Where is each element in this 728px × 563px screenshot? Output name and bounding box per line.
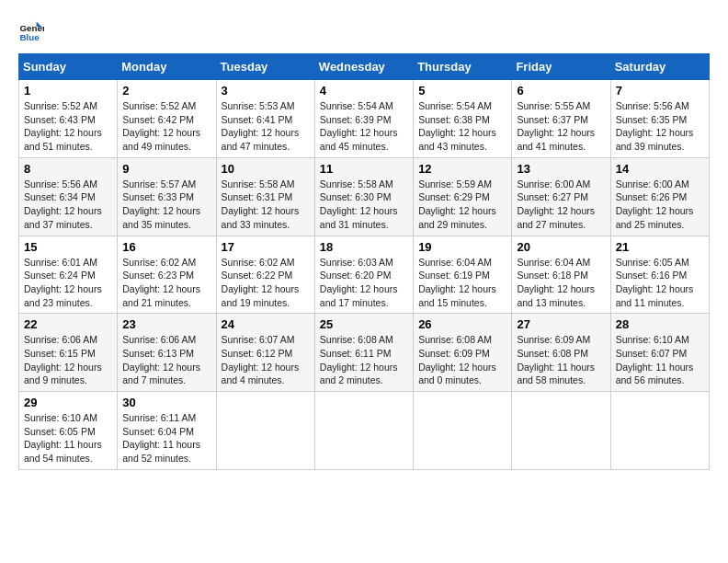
- day-number: 27: [517, 317, 605, 331]
- day-number: 7: [616, 84, 704, 98]
- day-number: 20: [517, 240, 605, 254]
- day-number: 13: [517, 162, 605, 176]
- day-number: 5: [418, 84, 506, 98]
- calendar-cell: 5 Sunrise: 5:54 AMSunset: 6:38 PMDayligh…: [414, 80, 512, 158]
- day-number: 25: [320, 317, 408, 331]
- calendar-cell: [610, 392, 709, 470]
- day-info: Sunrise: 6:06 AMSunset: 6:15 PMDaylight:…: [24, 334, 102, 385]
- day-info: Sunrise: 6:04 AMSunset: 6:18 PMDaylight:…: [517, 257, 595, 308]
- calendar-cell: 12 Sunrise: 5:59 AMSunset: 6:29 PMDaylig…: [414, 157, 512, 236]
- day-number: 23: [122, 317, 210, 331]
- calendar-cell: [314, 392, 413, 470]
- calendar-cell: 4 Sunrise: 5:54 AMSunset: 6:39 PMDayligh…: [314, 80, 413, 158]
- calendar-cell: 20 Sunrise: 6:04 AMSunset: 6:18 PMDaylig…: [512, 236, 610, 314]
- day-number: 12: [418, 162, 506, 176]
- day-number: 28: [616, 317, 704, 331]
- day-number: 26: [418, 317, 506, 331]
- calendar-cell: 30 Sunrise: 6:11 AMSunset: 6:04 PMDaylig…: [118, 392, 216, 470]
- day-info: Sunrise: 5:56 AMSunset: 6:35 PMDaylight:…: [616, 100, 694, 152]
- calendar-cell: 14 Sunrise: 6:00 AMSunset: 6:26 PMDaylig…: [610, 157, 709, 236]
- day-number: 10: [222, 162, 310, 176]
- calendar-cell: 24 Sunrise: 6:07 AMSunset: 6:12 PMDaylig…: [216, 314, 314, 392]
- col-header-thursday: Thursday: [414, 54, 512, 80]
- col-header-tuesday: Tuesday: [216, 54, 314, 80]
- day-info: Sunrise: 6:07 AMSunset: 6:12 PMDaylight:…: [222, 334, 300, 385]
- day-info: Sunrise: 5:55 AMSunset: 6:37 PMDaylight:…: [517, 100, 595, 152]
- calendar-cell: 9 Sunrise: 5:57 AMSunset: 6:33 PMDayligh…: [118, 157, 216, 236]
- day-info: Sunrise: 6:08 AMSunset: 6:11 PMDaylight:…: [320, 334, 398, 385]
- day-number: 1: [24, 84, 112, 98]
- day-info: Sunrise: 6:08 AMSunset: 6:09 PMDaylight:…: [418, 334, 496, 385]
- calendar-cell: 11 Sunrise: 5:58 AMSunset: 6:30 PMDaylig…: [314, 157, 413, 236]
- calendar-cell: [414, 392, 512, 470]
- day-info: Sunrise: 5:59 AMSunset: 6:29 PMDaylight:…: [418, 178, 496, 230]
- day-info: Sunrise: 5:52 AMSunset: 6:42 PMDaylight:…: [122, 100, 200, 152]
- day-info: Sunrise: 6:05 AMSunset: 6:16 PMDaylight:…: [616, 257, 694, 308]
- day-info: Sunrise: 6:01 AMSunset: 6:24 PMDaylight:…: [24, 257, 102, 308]
- day-info: Sunrise: 6:02 AMSunset: 6:22 PMDaylight:…: [222, 257, 300, 308]
- logo: General Blue: [18, 18, 48, 44]
- calendar-cell: 22 Sunrise: 6:06 AMSunset: 6:15 PMDaylig…: [19, 314, 118, 392]
- calendar-cell: 27 Sunrise: 6:09 AMSunset: 6:08 PMDaylig…: [512, 314, 610, 392]
- day-info: Sunrise: 5:52 AMSunset: 6:43 PMDaylight:…: [24, 100, 102, 152]
- day-info: Sunrise: 6:04 AMSunset: 6:19 PMDaylight:…: [418, 257, 496, 308]
- svg-text:Blue: Blue: [19, 32, 40, 42]
- day-info: Sunrise: 6:10 AMSunset: 6:07 PMDaylight:…: [616, 334, 694, 385]
- day-number: 14: [616, 162, 704, 176]
- day-number: 16: [122, 240, 210, 254]
- day-number: 4: [320, 84, 408, 98]
- day-info: Sunrise: 5:58 AMSunset: 6:30 PMDaylight:…: [320, 178, 398, 230]
- day-info: Sunrise: 5:58 AMSunset: 6:31 PMDaylight:…: [222, 178, 300, 230]
- day-number: 30: [122, 396, 210, 409]
- day-number: 17: [222, 240, 310, 254]
- day-info: Sunrise: 6:00 AMSunset: 6:27 PMDaylight:…: [517, 178, 595, 230]
- calendar-cell: 1 Sunrise: 5:52 AMSunset: 6:43 PMDayligh…: [19, 80, 118, 158]
- day-info: Sunrise: 5:54 AMSunset: 6:38 PMDaylight:…: [418, 100, 496, 152]
- calendar-cell: 19 Sunrise: 6:04 AMSunset: 6:19 PMDaylig…: [414, 236, 512, 314]
- day-info: Sunrise: 6:06 AMSunset: 6:13 PMDaylight:…: [122, 334, 200, 385]
- calendar-cell: 21 Sunrise: 6:05 AMSunset: 6:16 PMDaylig…: [610, 236, 709, 314]
- calendar-cell: 15 Sunrise: 6:01 AMSunset: 6:24 PMDaylig…: [19, 236, 118, 314]
- day-info: Sunrise: 5:54 AMSunset: 6:39 PMDaylight:…: [320, 100, 398, 152]
- calendar-cell: 10 Sunrise: 5:58 AMSunset: 6:31 PMDaylig…: [216, 157, 314, 236]
- col-header-monday: Monday: [118, 54, 216, 80]
- day-info: Sunrise: 6:03 AMSunset: 6:20 PMDaylight:…: [320, 257, 398, 308]
- calendar-cell: [216, 392, 314, 470]
- day-info: Sunrise: 6:02 AMSunset: 6:23 PMDaylight:…: [122, 257, 200, 308]
- calendar-table: SundayMondayTuesdayWednesdayThursdayFrid…: [18, 53, 710, 470]
- day-number: 6: [517, 84, 605, 98]
- calendar-cell: 13 Sunrise: 6:00 AMSunset: 6:27 PMDaylig…: [512, 157, 610, 236]
- day-number: 15: [24, 240, 112, 254]
- calendar-cell: 8 Sunrise: 5:56 AMSunset: 6:34 PMDayligh…: [19, 157, 118, 236]
- col-header-sunday: Sunday: [19, 54, 118, 80]
- calendar-cell: 7 Sunrise: 5:56 AMSunset: 6:35 PMDayligh…: [610, 80, 709, 158]
- day-number: 9: [122, 162, 210, 176]
- calendar-cell: 17 Sunrise: 6:02 AMSunset: 6:22 PMDaylig…: [216, 236, 314, 314]
- day-number: 19: [418, 240, 506, 254]
- day-info: Sunrise: 5:57 AMSunset: 6:33 PMDaylight:…: [122, 178, 200, 230]
- day-number: 22: [24, 317, 112, 331]
- day-info: Sunrise: 6:09 AMSunset: 6:08 PMDaylight:…: [517, 334, 595, 385]
- calendar-cell: 23 Sunrise: 6:06 AMSunset: 6:13 PMDaylig…: [118, 314, 216, 392]
- day-info: Sunrise: 6:00 AMSunset: 6:26 PMDaylight:…: [616, 178, 694, 230]
- calendar-cell: 18 Sunrise: 6:03 AMSunset: 6:20 PMDaylig…: [314, 236, 413, 314]
- day-number: 3: [222, 84, 310, 98]
- col-header-saturday: Saturday: [610, 54, 709, 80]
- calendar-cell: 28 Sunrise: 6:10 AMSunset: 6:07 PMDaylig…: [610, 314, 709, 392]
- day-number: 18: [320, 240, 408, 254]
- day-number: 24: [222, 317, 310, 331]
- day-number: 29: [24, 396, 112, 409]
- calendar-cell: 25 Sunrise: 6:08 AMSunset: 6:11 PMDaylig…: [314, 314, 413, 392]
- calendar-cell: 2 Sunrise: 5:52 AMSunset: 6:42 PMDayligh…: [118, 80, 216, 158]
- day-info: Sunrise: 6:10 AMSunset: 6:05 PMDaylight:…: [24, 412, 102, 464]
- day-number: 11: [320, 162, 408, 176]
- calendar-cell: 3 Sunrise: 5:53 AMSunset: 6:41 PMDayligh…: [216, 80, 314, 158]
- day-info: Sunrise: 5:53 AMSunset: 6:41 PMDaylight:…: [222, 100, 300, 152]
- col-header-wednesday: Wednesday: [314, 54, 413, 80]
- calendar-cell: 6 Sunrise: 5:55 AMSunset: 6:37 PMDayligh…: [512, 80, 610, 158]
- calendar-cell: 29 Sunrise: 6:10 AMSunset: 6:05 PMDaylig…: [19, 392, 118, 470]
- day-info: Sunrise: 6:11 AMSunset: 6:04 PMDaylight:…: [122, 412, 200, 464]
- day-number: 21: [616, 240, 704, 254]
- day-number: 2: [122, 84, 210, 98]
- calendar-cell: 26 Sunrise: 6:08 AMSunset: 6:09 PMDaylig…: [414, 314, 512, 392]
